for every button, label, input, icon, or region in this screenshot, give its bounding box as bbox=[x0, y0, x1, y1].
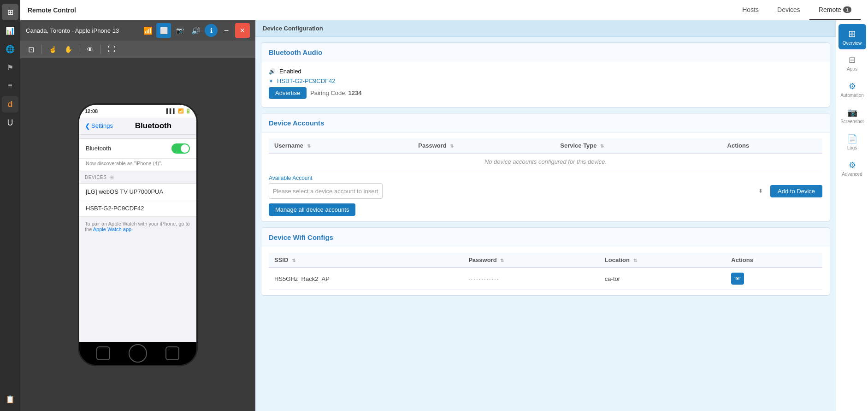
logs-icon: 📄 bbox=[847, 134, 857, 144]
automation-label: Automation bbox=[840, 93, 864, 98]
battery-icon: 🔋 bbox=[185, 108, 191, 113]
bt-device-icon: ✦ bbox=[269, 78, 273, 84]
content-area: Canada, Toronto - Apple iPhone 13 📶 ⬜ 📷 … bbox=[20, 20, 868, 411]
wifi-icon: 📶 bbox=[143, 26, 153, 35]
rs-overview[interactable]: ⊞ Overview bbox=[838, 24, 866, 49]
bt-device-name: HSBT-G2-PC9CDF42 bbox=[277, 77, 335, 84]
overview-icon: ⊞ bbox=[848, 28, 856, 39]
sidebar-icon-bottom[interactable]: 📋 bbox=[2, 391, 18, 407]
left-sidebar: ⊞ 📊 🌐 ⚑ ≡ d U 📋 bbox=[0, 0, 20, 411]
tab-remote[interactable]: Remote 1 bbox=[809, 0, 861, 20]
phone-screen[interactable]: ❮ Settings Bluetooth Bluetooth Now dis bbox=[79, 118, 196, 342]
phone-home-btn[interactable] bbox=[129, 344, 147, 363]
pairing-label: Pairing Code: 1234 bbox=[310, 89, 361, 96]
accounts-empty-text: No device accounts configured for this d… bbox=[269, 153, 822, 170]
add-to-device-button[interactable]: Add to Device bbox=[770, 185, 822, 197]
sort-icon-ssid: ⇅ bbox=[292, 258, 295, 263]
device-panel: Canada, Toronto - Apple iPhone 13 📶 ⬜ 📷 … bbox=[20, 20, 255, 411]
info-btn[interactable]: ℹ bbox=[205, 24, 218, 37]
sidebar-icon-home[interactable]: ⊞ bbox=[2, 4, 18, 20]
rs-automation[interactable]: ⚙ Automation bbox=[838, 77, 866, 102]
phone-device-1[interactable]: [LG] webOS TV UP7000PUA bbox=[79, 184, 196, 200]
volume-btn[interactable]: 🔊 bbox=[189, 23, 203, 38]
accounts-table-body: No device accounts configured for this d… bbox=[269, 153, 822, 170]
th-wifi-actions: Actions bbox=[726, 253, 822, 268]
phone-square-btn[interactable] bbox=[165, 346, 179, 360]
advanced-icon: ⚙ bbox=[849, 160, 856, 170]
apple-watch-link[interactable]: Apple Watch app. bbox=[93, 226, 133, 232]
screenshot-icon: 📷 bbox=[847, 107, 857, 118]
sidebar-icon-globe[interactable]: 🌐 bbox=[2, 41, 18, 57]
apps-icon: ⊟ bbox=[849, 55, 856, 65]
phone-nav-back[interactable]: ❮ Settings bbox=[85, 122, 113, 130]
pointer-btn[interactable]: ☝ bbox=[46, 43, 59, 56]
wifi-status-icon: 📶 bbox=[178, 108, 183, 113]
split-btn[interactable]: ⊡ bbox=[24, 43, 38, 56]
phone-device-2[interactable]: HSBT-G2-PC9CDF42 bbox=[79, 200, 196, 217]
phone-time: 12:08 bbox=[85, 108, 98, 114]
advertise-button[interactable]: Advertise bbox=[269, 87, 307, 99]
minimize-btn[interactable]: − bbox=[219, 23, 234, 38]
wifi-table-body: HS5GHz_Rack2_AP ············ ca-tor 👁 bbox=[269, 268, 822, 290]
th-actions: Actions bbox=[722, 138, 822, 153]
wifi-configs-card: Device Wifi Configs SSID ⇅ Password bbox=[261, 227, 830, 296]
bt-enabled-label: Enabled bbox=[279, 68, 301, 75]
device-toolbar: ⊡ ☝ ✋ 👁 ⛶ bbox=[20, 41, 255, 58]
bluetooth-label: Bluetooth bbox=[86, 145, 171, 152]
bluetooth-cell[interactable]: Bluetooth bbox=[79, 139, 196, 159]
sort-icon-service: ⇅ bbox=[600, 143, 604, 149]
toolbar-sep-2 bbox=[79, 45, 79, 54]
phone-devices-header: DEVICES ✳ bbox=[79, 171, 196, 183]
wifi-eye-button-0[interactable]: 👁 bbox=[731, 273, 744, 285]
wifi-table-head: SSID ⇅ Password ⇅ Location ⇅ bbox=[269, 253, 822, 268]
right-sidebar: ⊞ Overview ⊟ Apps ⚙ Automation 📷 Screens… bbox=[836, 20, 868, 411]
rs-apps[interactable]: ⊟ Apps bbox=[838, 50, 866, 76]
accounts-empty-row: No device accounts configured for this d… bbox=[269, 153, 822, 170]
tab-hosts[interactable]: Hosts bbox=[733, 0, 768, 20]
device-title: Canada, Toronto - Apple iPhone 13 bbox=[26, 27, 140, 34]
account-select-row: Please select a device account to insert… bbox=[269, 183, 822, 199]
device-2-name: HSBT-G2-PC9CDF42 bbox=[86, 205, 144, 212]
camera-btn[interactable]: 📷 bbox=[172, 23, 187, 38]
account-select[interactable]: Please select a device account to insert bbox=[269, 183, 383, 199]
overview-label: Overview bbox=[843, 41, 862, 46]
close-btn[interactable]: ✕ bbox=[235, 23, 250, 38]
remote-badge: 1 bbox=[843, 6, 851, 13]
signal-icon: ▌▌▌ bbox=[166, 108, 176, 113]
sidebar-icon-chart[interactable]: 📊 bbox=[2, 22, 18, 39]
sidebar-icon-menu[interactable]: ≡ bbox=[2, 77, 18, 94]
screenshot-label: Screenshot bbox=[840, 119, 864, 124]
advanced-label: Advanced bbox=[842, 172, 862, 177]
phone-back-btn[interactable] bbox=[96, 346, 110, 360]
sidebar-icon-d[interactable]: d bbox=[2, 96, 18, 113]
right-panel: Device Configuration Bluetooth Audio 🔊 E… bbox=[255, 20, 836, 411]
main-area: Remote Control Hosts Devices Remote 1 Ca… bbox=[20, 0, 868, 411]
phone-discoverable-text: Now discoverable as "iPhone (4)". bbox=[79, 159, 196, 171]
bluetooth-toggle[interactable] bbox=[171, 143, 190, 154]
toolbar-sep-3 bbox=[100, 45, 101, 54]
rs-advanced[interactable]: ⚙ Advanced bbox=[838, 155, 866, 181]
eye-btn[interactable]: 👁 bbox=[83, 43, 97, 56]
toolbar-sep-1 bbox=[41, 45, 42, 54]
expand-btn[interactable]: ⛶ bbox=[105, 43, 118, 56]
wifi-password-0: ············ bbox=[463, 268, 599, 290]
panel-header: Device Configuration bbox=[255, 20, 836, 37]
topbar: Remote Control Hosts Devices Remote 1 bbox=[20, 0, 868, 20]
phone-status-bar: 12:08 ▌▌▌ 📶 🔋 bbox=[79, 105, 196, 118]
bt-device-row: ✦ HSBT-G2-PC9CDF42 bbox=[269, 77, 822, 84]
sort-icon-location: ⇅ bbox=[633, 258, 637, 263]
th-password: Password ⇅ bbox=[413, 138, 555, 153]
apple-watch-note: To pair an Apple Watch with your iPhone,… bbox=[79, 217, 196, 236]
rs-screenshot[interactable]: 📷 Screenshot bbox=[838, 103, 866, 128]
wifi-configs-title: Device Wifi Configs bbox=[261, 228, 830, 247]
sidebar-icon-flag[interactable]: ⚑ bbox=[2, 59, 18, 76]
phone-nav: ❮ Settings Bluetooth bbox=[79, 118, 196, 135]
manage-device-accounts-button[interactable]: Manage all device accounts bbox=[269, 203, 355, 216]
gesture-btn[interactable]: ✋ bbox=[61, 43, 75, 56]
tablet-btn[interactable]: ⬜ bbox=[156, 23, 171, 38]
rs-logs[interactable]: 📄 Logs bbox=[838, 129, 866, 155]
sidebar-icon-u[interactable]: U bbox=[2, 114, 18, 131]
bluetooth-audio-title: Bluetooth Audio bbox=[261, 43, 830, 62]
tab-devices[interactable]: Devices bbox=[768, 0, 809, 20]
phone-status-icons: ▌▌▌ 📶 🔋 bbox=[166, 108, 191, 113]
